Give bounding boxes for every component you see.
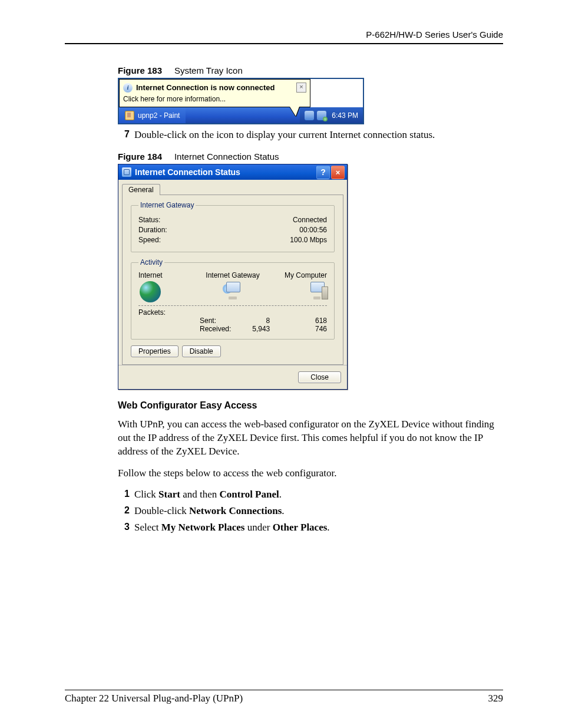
step-3: 3 Select My Network Places under Other P… [118, 522, 503, 533]
step-1-b1: Start [158, 489, 180, 500]
speed-value: 100.0 Mbps [290, 236, 327, 244]
taskbar: upnp2 - Paint 6:43 PM [119, 107, 363, 123]
header-rule [65, 43, 503, 44]
taskbar-item-label: upnp2 - Paint [138, 111, 180, 120]
page-footer: Chapter 22 Universal Plug-and-Play (UPnP… [65, 690, 503, 704]
step-1-number: 1 [118, 489, 130, 500]
duration-label: Duration: [138, 226, 167, 234]
tray-network-icon[interactable] [305, 111, 314, 120]
system-tray: 6:43 PM [300, 107, 363, 123]
taskbar-item[interactable]: upnp2 - Paint [119, 107, 186, 123]
tooltip-title: Internet Connection is now connected [136, 83, 275, 92]
tooltip-close-button[interactable]: × [296, 83, 306, 93]
status-value: Connected [293, 216, 327, 224]
disable-button[interactable]: Disable [182, 345, 221, 357]
col-mycomputer-label: My Computer [264, 271, 327, 279]
step-3-b2: Other Places [273, 522, 328, 533]
step-1-post: . [279, 489, 282, 500]
step-7-number: 7 [118, 129, 130, 141]
dialog-title: Internet Connection Status [135, 167, 313, 177]
sent-gateway-value: 8 [236, 317, 293, 325]
figure-183-text: System Tray Icon [174, 65, 243, 75]
dialog-help-button[interactable]: ? [316, 166, 330, 179]
received-computer-value: 746 [293, 325, 327, 333]
figure-184-text: Internet Connection Status [174, 151, 279, 162]
step-7: 7 Double-click on the icon to display yo… [118, 129, 503, 141]
group-activity-legend: Activity [138, 258, 164, 266]
step-3-post: . [327, 522, 329, 533]
connection-status-dialog: Internet Connection Status ? × General I… [118, 164, 348, 390]
step-3-pre: Select [134, 522, 161, 533]
step-1-pre: Click [134, 489, 158, 500]
sent-computer-value: 618 [293, 317, 327, 325]
paragraph-1: With UPnP, you can access the web-based … [118, 418, 503, 459]
step-2-pre: Double-click [134, 505, 189, 516]
paint-icon [125, 111, 134, 120]
tray-clock: 6:43 PM [332, 111, 358, 120]
computer-icon [307, 282, 327, 298]
close-button[interactable]: Close [298, 371, 341, 383]
dialog-titlebar[interactable]: Internet Connection Status ? × [118, 164, 347, 180]
dialog-title-icon [122, 167, 131, 177]
received-label: Received: [191, 325, 236, 333]
doc-header: P-662H/HW-D Series User's Guide [65, 29, 503, 39]
step-2: 2 Double-click Network Connections. [118, 505, 503, 517]
group-internet-gateway: Internet Gateway Status:Connected Durati… [131, 201, 335, 252]
step-2-number: 2 [118, 505, 130, 517]
tab-panel: Internet Gateway Status:Connected Durati… [122, 195, 343, 365]
status-label: Status: [138, 216, 160, 224]
paragraph-2: Follow the steps below to access the web… [118, 467, 503, 480]
step-3-number: 3 [118, 522, 130, 533]
step-2-post: . [282, 505, 284, 516]
tray-connection-icon[interactable] [317, 111, 326, 120]
dialog-close-button[interactable]: × [331, 166, 345, 179]
properties-button[interactable]: Properties [131, 345, 178, 357]
step-7-text: Double-click on the icon to display your… [134, 129, 435, 141]
globe-icon [140, 281, 161, 302]
section-heading: Web Configurator Easy Access [118, 400, 503, 411]
speed-label: Speed: [138, 236, 161, 244]
col-gateway-label: Internet Gateway [201, 271, 265, 279]
col-internet-label: Internet [138, 271, 201, 279]
figure-183: i Internet Connection is now connected ×… [118, 78, 364, 124]
step-1-b2: Control Panel [220, 489, 279, 500]
group-internet-gateway-legend: Internet Gateway [138, 201, 196, 209]
footer-chapter: Chapter 22 Universal Plug-and-Play (UPnP… [65, 693, 243, 704]
figure-183-caption: Figure 183 System Tray Icon [118, 65, 503, 75]
footer-page-number: 329 [488, 693, 504, 704]
figure-184-label: Figure 184 [118, 151, 162, 162]
steps-list: 1 Click Start and then Control Panel. 2 … [118, 489, 503, 533]
sent-label: Sent: [191, 317, 236, 325]
info-icon: i [123, 83, 133, 93]
step-1: 1 Click Start and then Control Panel. [118, 489, 503, 500]
group-activity: Activity Internet Internet Gateway [131, 258, 335, 340]
tab-general[interactable]: General [122, 184, 160, 195]
step-3-b1: My Network Places [161, 522, 245, 533]
packets-label: Packets: [138, 308, 197, 317]
step-1-mid: and then [180, 489, 220, 500]
balloon-tooltip[interactable]: i Internet Connection is now connected ×… [119, 79, 310, 107]
gateway-icon [223, 282, 243, 298]
received-gateway-value: 5,943 [236, 325, 293, 333]
duration-value: 00:00:56 [299, 226, 327, 234]
step-3-mid: under [244, 522, 272, 533]
figure-184-caption: Figure 184 Internet Connection Status [118, 151, 503, 162]
figure-183-label: Figure 183 [118, 65, 162, 75]
tooltip-subtext: Click here for more information... [123, 95, 306, 103]
step-2-b1: Network Connections [189, 505, 282, 516]
